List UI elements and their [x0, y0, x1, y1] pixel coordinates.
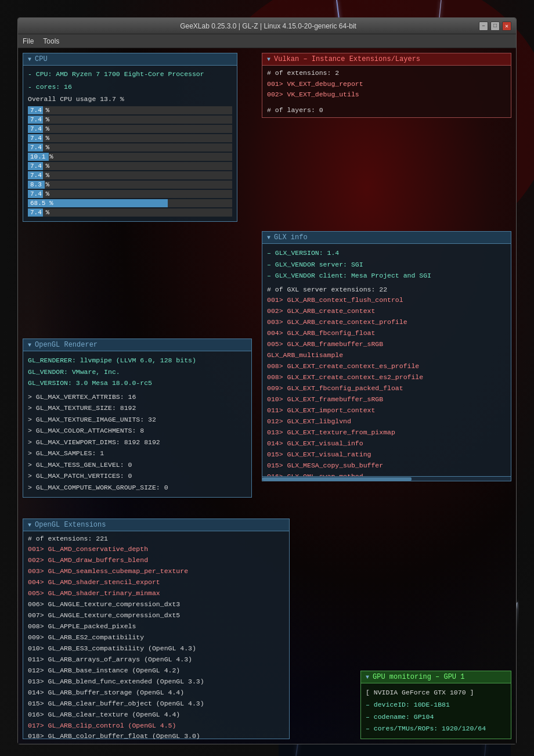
cpu-bar-container: 10.1 %: [28, 153, 232, 161]
renderer-line: > GL_MAX_TEXTURE_IMAGE_UNITS: 32: [28, 414, 247, 426]
glx-panel-body: – GLX_VERSION: 1.4– GLX_VENDOR server: S…: [262, 244, 511, 476]
extensions-panel-title: OpenGL Extensions: [35, 521, 106, 529]
vulkan-panel-body: # of extensions: 2 001> VK_EXT_debug_rep…: [262, 66, 511, 117]
glx-ext-item: 004> GLX_ARB_fbconfig_float: [267, 328, 506, 339]
extensions-panel-header: ▼ OpenGL Extensions: [23, 519, 289, 531]
cpu-panel: ▼ CPU - CPU: AMD Ryzen 7 1700 Eight-Core…: [23, 53, 237, 222]
vulkan-panel-title: Vulkan – Instance Extensions/Layers: [274, 55, 420, 63]
cpu-bar-label: 68.5 %: [30, 199, 53, 207]
cpu-bar-bg: 7.4 %: [28, 106, 232, 114]
cpu-bar-label: 10.1 %: [30, 153, 53, 161]
cpu-cores: - cores: 16: [28, 82, 232, 92]
maximize-button[interactable]: □: [490, 21, 500, 31]
vulkan-ext-item: 002> VK_EXT_debug_utils: [267, 89, 506, 100]
cpu-bar-label: 7.4 %: [30, 143, 49, 152]
glx-info: – GLX_VERSION: 1.4– GLX_VENDOR server: S…: [267, 247, 506, 476]
window-frame: GeeXLab 0.25.3.0 | GL-Z | Linux 4.15.0-2…: [17, 17, 517, 744]
list-item: 013> GL_ARB_blend_func_extended (OpenGL …: [28, 676, 284, 687]
renderer-line: GL_RENDERER: llvmpipe (LLVM 6.0, 128 bit…: [28, 355, 247, 366]
cpu-bar-bg: 7.4 %: [28, 162, 232, 170]
renderer-panel-title: OpenGL Renderer: [35, 341, 98, 349]
cpu-bar-label: 7.4 %: [30, 190, 49, 198]
ext-list: 001> GL_AMD_conservative_depth002> GL_AM…: [28, 544, 284, 744]
renderer-line: > GL_MAX_PATCH_VERTICES: 0: [28, 470, 247, 482]
renderer-line: GL_VENDOR: VMware, Inc.: [28, 366, 247, 378]
menu-file[interactable]: File: [23, 37, 34, 45]
glx-scrollbar-thumb[interactable]: [262, 477, 412, 481]
renderer-line: > GL_MAX_TESS_GEN_LEVEL: 0: [28, 459, 247, 471]
glx-ext-item: 003> GLX_ARB_create_context_profile: [267, 317, 506, 328]
list-item: 004> GL_AMD_shader_stencil_export: [28, 577, 284, 588]
cpu-bar-bg: 10.1 %: [28, 153, 232, 161]
extensions-arrow-icon: ▼: [28, 522, 31, 528]
glx-ext-item: 001> GLX_ARB_context_flush_control: [267, 295, 506, 306]
minimize-button[interactable]: –: [479, 21, 488, 31]
gpu-cores: – cores/TMUs/ROPs: 1920/120/64: [366, 723, 506, 735]
list-item: 008> GL_APPLE_packed_pixels: [28, 621, 284, 632]
cpu-bar-container: 7.4 %: [28, 134, 232, 142]
cpu-overall: Overall CPU usage 13.7 %: [28, 95, 232, 103]
cpu-bar-container: 7.4 %: [28, 190, 232, 198]
gpu-name: [ NVIDIA GeForce GTX 1070 ]: [366, 689, 474, 696]
renderer-line: GL_VERSION: 3.0 Mesa 18.0.0-rc5: [28, 377, 247, 389]
cpu-bar-bg: 7.4 %: [28, 116, 232, 124]
glx-ext-item: 012> GLX_EXT_libglvnd: [267, 416, 506, 427]
cpu-bar-container: 7.4 %: [28, 208, 232, 217]
close-button[interactable]: ✕: [502, 21, 511, 31]
list-item: 011> GL_ARB_arrays_of_arrays (OpenGL 4.3…: [28, 654, 284, 665]
cpu-bars: 7.4 %7.4 %7.4 %7.4 %7.4 %10.1 %7.4 %7.4 …: [28, 106, 232, 217]
glx-ext-item: 015> GLX_EXT_visual_rating: [267, 449, 506, 460]
renderer-arrow-icon: ▼: [28, 342, 31, 348]
gpu-panel-title: GPU monitoring – GPU 1: [373, 673, 464, 681]
list-item: 017> GL_ARB_clip_control (OpenGL 4.5): [28, 721, 284, 732]
renderer-panel: ▼ OpenGL Renderer GL_RENDERER: llvmpipe …: [23, 339, 252, 498]
gpu-panel: ▼ GPU monitoring – GPU 1 [ NVIDIA GeForc…: [360, 671, 511, 739]
glx-ext-item: 011> GLX_EXT_import_context: [267, 405, 506, 416]
renderer-line: > GL_MAX_SAMPLES: 1: [28, 448, 247, 459]
titlebar: GeeXLab 0.25.3.0 | GL-Z | Linux 4.15.0-2…: [18, 18, 516, 34]
list-item: 015> GL_ARB_clear_buffer_object (OpenGL …: [28, 699, 284, 710]
glx-panel: ▼ GLX info – GLX_VERSION: 1.4– GLX_VENDO…: [262, 231, 511, 481]
glx-scrollbar[interactable]: [262, 476, 511, 481]
cpu-bar-container: 7.4 %: [28, 162, 232, 170]
glx-ext-item: 013> GLX_EXT_texture_from_pixmap: [267, 427, 506, 438]
cpu-bar-bg: 7.4 %: [28, 208, 232, 217]
cpu-bar-bg: 7.4 %: [28, 143, 232, 152]
list-item: 006> GL_ANGLE_texture_compression_dxt3: [28, 599, 284, 610]
cpu-bar-container: 7.4 %: [28, 106, 232, 114]
menubar: File Tools: [18, 34, 516, 48]
cpu-bar-bg: 68.5 %: [28, 199, 232, 207]
renderer-line: > GL_MAX_TEXTURE_SIZE: 8192: [28, 402, 247, 414]
glx-panel-title: GLX info: [274, 233, 308, 242]
cpu-bar-label: 7.4 %: [30, 106, 49, 114]
cpu-name: - CPU: AMD Ryzen 7 1700 Eight-Core Proce…: [28, 69, 232, 80]
cpu-bar-label: 7.4 %: [30, 134, 49, 142]
list-item: 005> GL_AMD_shader_trinary_minmax: [28, 588, 284, 599]
glx-ext-item: 016> GLX_OML_swap_method: [267, 471, 506, 476]
main-content: ▼ CPU - CPU: AMD Ryzen 7 1700 Eight-Core…: [18, 48, 516, 744]
glx-info-line: – GLX_VERSION: 1.4: [267, 247, 506, 259]
list-item: 003> GL_AMD_seamless_cubemap_per_texture: [28, 566, 284, 577]
titlebar-buttons: – □ ✕: [479, 21, 511, 31]
list-item: 012> GL_ARB_base_instance (OpenGL 4.2): [28, 665, 284, 676]
menu-tools[interactable]: Tools: [43, 37, 59, 45]
glx-ext-item: 008> GLX_EXT_create_context_es_profile: [267, 361, 506, 372]
list-item: 007> GL_ANGLE_texture_compression_dxt5: [28, 610, 284, 621]
cpu-bar-bg: 7.4 %: [28, 134, 232, 142]
gpu-device-id: – deviceID: 10DE-1B81: [366, 699, 506, 711]
cpu-arrow-icon: ▼: [28, 56, 31, 63]
list-item: 014> GL_ARB_buffer_storage (OpenGL 4.4): [28, 687, 284, 699]
glx-ext-item: GLX_ARB_multisample: [267, 350, 506, 361]
list-item: 019> GL_ARB_compressed_texture_pixel_sto…: [28, 742, 284, 744]
glx-ext-item: 002> GLX_ARB_create_context: [267, 306, 506, 317]
cpu-bar-label: 7.4 %: [30, 171, 49, 179]
renderer-panel-body: GL_RENDERER: llvmpipe (LLVM 6.0, 128 bit…: [23, 351, 251, 497]
glx-ext-item: 014> GLX_EXT_visual_info: [267, 438, 506, 449]
vulkan-panel: ▼ Vulkan – Instance Extensions/Layers # …: [262, 53, 511, 118]
window-title: GeeXLab 0.25.3.0 | GL-Z | Linux 4.15.0-2…: [57, 22, 479, 30]
glx-info-line: – GLX_VENDOR client: Mesa Project and SG…: [267, 270, 506, 282]
list-item: 001> GL_AMD_conservative_depth: [28, 544, 284, 555]
gpu-codename: – codename: GP104: [366, 711, 506, 723]
cpu-bar-label: 7.4 %: [30, 116, 49, 124]
gpu-name-line: [ NVIDIA GeForce GTX 1070 ]: [366, 687, 506, 699]
